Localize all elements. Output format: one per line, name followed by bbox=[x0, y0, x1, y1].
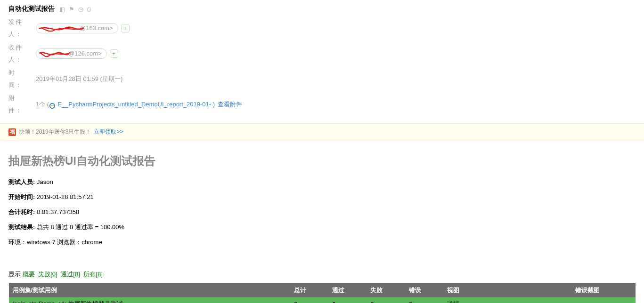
result-line: 测试结果: 总共 8 通过 8 通过率 = 100.00% bbox=[8, 223, 636, 231]
from-chip[interactable]: @163.com> bbox=[36, 23, 118, 33]
duration-label: 合计耗时: bbox=[8, 208, 35, 215]
email-subject: 自动化测试报告 bbox=[8, 5, 55, 13]
filter-pass[interactable]: 通过[8] bbox=[61, 271, 80, 278]
result-label: 测试结果: bbox=[8, 223, 35, 231]
add-contact-to[interactable]: + bbox=[110, 49, 118, 58]
redacted-to bbox=[41, 50, 67, 57]
attach-view[interactable]: 查看附件 bbox=[218, 98, 242, 111]
ie-icon bbox=[49, 101, 56, 108]
attach-name[interactable]: E__PycharmProjects_untitled_DemoUI_repor… bbox=[57, 98, 215, 111]
clock-icon[interactable]: ◷ bbox=[78, 6, 83, 13]
cell-pass: 6 bbox=[328, 297, 367, 303]
table-row: login_sta.Demo_UI: 抽屉新热榜登录测试 6 6 0 0 详情 bbox=[9, 297, 636, 303]
subject-icons: ◧ ⚑ ◷ ⎙ bbox=[59, 6, 91, 13]
duration-value: 0:01:37.737358 bbox=[37, 208, 79, 215]
cell-view: 详情 bbox=[443, 297, 571, 303]
result-value: 总共 8 通过 8 通过率 = 100.00% bbox=[37, 223, 124, 231]
attach-row: 附 件： 1个 ( E__PycharmProjects_untitled_De… bbox=[8, 92, 636, 117]
tester-line: 测试人员: Jason bbox=[8, 178, 636, 186]
cell-fail: 0 bbox=[367, 297, 405, 303]
time-row: 时 间： 2019年01月28日 01:59 (星期一) bbox=[8, 67, 636, 91]
from-label: 发件人： bbox=[8, 16, 36, 40]
promo-link[interactable]: 立即领取>> bbox=[94, 128, 123, 136]
cell-error: 0 bbox=[405, 297, 443, 303]
th-pass: 通过 bbox=[328, 283, 367, 297]
print-icon[interactable]: ⎙ bbox=[87, 6, 91, 13]
env-line: 环境：windows 7 浏览器：chrome bbox=[8, 238, 636, 247]
table-header-row: 用例集/测试用例 总计 通过 失败 错误 视图 错误截图 bbox=[9, 283, 636, 297]
subject-row: 自动化测试报告 ◧ ⚑ ◷ ⎙ bbox=[8, 5, 636, 13]
promo-text: 快领！2019年送你3只牛股！ bbox=[19, 128, 91, 136]
tester-label: 测试人员: bbox=[8, 178, 35, 185]
start-value: 2019-01-28 01:57:21 bbox=[37, 193, 94, 200]
bookmark-icon[interactable]: ◧ bbox=[59, 6, 65, 13]
detail-link[interactable]: 详情 bbox=[447, 300, 459, 303]
th-total: 总计 bbox=[290, 283, 328, 297]
redacted-from bbox=[41, 25, 79, 32]
filter-fail[interactable]: 失败[0] bbox=[38, 271, 57, 278]
filter-all[interactable]: 所有[8] bbox=[83, 271, 102, 278]
th-fail: 失败 bbox=[367, 283, 405, 297]
time-value: 2019年01月28日 01:59 (星期一) bbox=[36, 73, 122, 85]
filter-row: 显示 概要 失败[0] 通过[8] 所有[8] bbox=[8, 270, 636, 279]
filter-summary[interactable]: 概要 bbox=[23, 271, 35, 278]
th-case: 用例集/测试用例 bbox=[9, 283, 290, 297]
add-contact-from[interactable]: + bbox=[121, 24, 130, 32]
from-row: 发件人： @163.com> + bbox=[8, 16, 636, 40]
start-line: 开始时间: 2019-01-28 01:57:21 bbox=[8, 193, 636, 201]
result-table: 用例集/测试用例 总计 通过 失败 错误 视图 错误截图 login_sta.D… bbox=[8, 283, 636, 303]
tester-value: Jason bbox=[37, 178, 53, 185]
to-row: 收件人： @126.com> + bbox=[8, 41, 636, 66]
th-view: 视图 bbox=[443, 283, 571, 297]
email-header: 自动化测试报告 ◧ ⚑ ◷ ⎙ 发件人： @163.com> + 收件人： @1… bbox=[0, 0, 644, 124]
attach-label: 附 件： bbox=[8, 92, 36, 117]
flag-icon[interactable]: ⚑ bbox=[69, 6, 74, 13]
promo-bar: 福 快领！2019年送你3只牛股！ 立即领取>> bbox=[0, 124, 644, 140]
promo-icon: 福 bbox=[8, 128, 16, 136]
report-body: 抽屉新热榜UI自动化测试报告 测试人员: Jason 开始时间: 2019-01… bbox=[0, 140, 644, 303]
th-shot: 错误截图 bbox=[571, 283, 636, 297]
start-label: 开始时间: bbox=[8, 193, 35, 200]
th-error: 错误 bbox=[405, 283, 443, 297]
duration-line: 合计耗时: 0:01:37.737358 bbox=[8, 208, 636, 216]
time-label: 时 间： bbox=[8, 67, 36, 91]
cell-shot bbox=[571, 297, 636, 303]
cell-case: login_sta.Demo_UI: 抽屉新热榜登录测试 bbox=[9, 297, 290, 303]
attach-count: 1个 ( bbox=[36, 98, 49, 111]
report-title: 抽屉新热榜UI自动化测试报告 bbox=[8, 153, 636, 168]
to-label: 收件人： bbox=[8, 41, 36, 66]
filter-show: 显示 bbox=[8, 271, 21, 278]
to-chip[interactable]: @126.com> bbox=[36, 48, 107, 59]
to-domain: @126.com> bbox=[68, 48, 102, 60]
cell-total: 6 bbox=[290, 297, 328, 303]
